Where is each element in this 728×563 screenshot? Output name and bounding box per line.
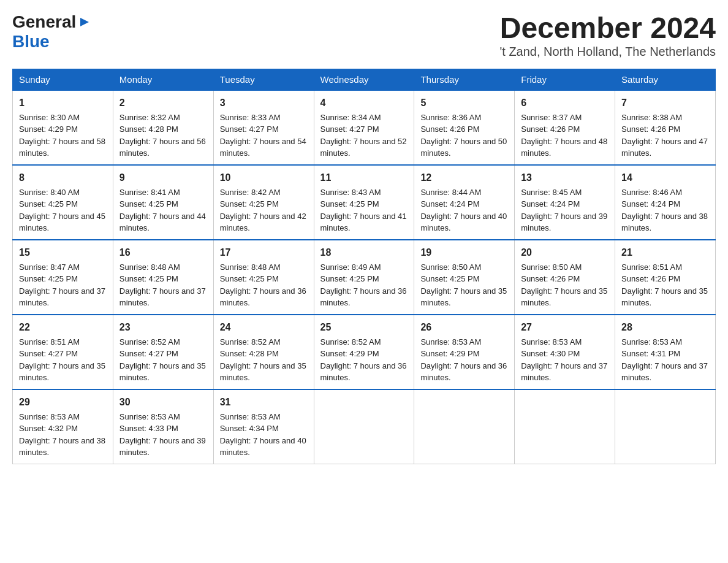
day-info: Sunrise: 8:53 AMSunset: 4:34 PMDaylight:…	[220, 412, 306, 458]
day-number: 4	[320, 96, 408, 110]
day-info: Sunrise: 8:46 AMSunset: 4:24 PMDaylight:…	[621, 188, 708, 233]
logo-blue-text: Blue	[12, 32, 50, 52]
day-info: Sunrise: 8:38 AMSunset: 4:26 PMDaylight:…	[621, 113, 708, 158]
page-container: General Blue December 2024 't Zand, Nort…	[12, 12, 716, 464]
day-cell: 5 Sunrise: 8:36 AMSunset: 4:26 PMDayligh…	[414, 90, 515, 165]
day-info: Sunrise: 8:52 AMSunset: 4:28 PMDaylight:…	[220, 337, 306, 383]
day-number: 9	[119, 170, 207, 185]
day-cell: 15 Sunrise: 8:47 AMSunset: 4:25 PMDaylig…	[13, 240, 113, 315]
day-cell: 19 Sunrise: 8:50 AMSunset: 4:25 PMDaylig…	[414, 240, 515, 315]
day-info: Sunrise: 8:36 AMSunset: 4:26 PMDaylight:…	[420, 113, 507, 158]
day-number: 14	[621, 170, 709, 185]
day-number: 22	[19, 320, 107, 335]
day-number: 23	[119, 320, 207, 335]
day-cell: 22 Sunrise: 8:51 AMSunset: 4:27 PMDaylig…	[13, 315, 113, 389]
day-number: 3	[220, 96, 308, 110]
day-number: 29	[19, 395, 107, 410]
day-info: Sunrise: 8:53 AMSunset: 4:33 PMDaylight:…	[119, 412, 206, 458]
day-cell: 24 Sunrise: 8:52 AMSunset: 4:28 PMDaylig…	[213, 315, 314, 389]
day-number: 19	[420, 245, 508, 260]
day-info: Sunrise: 8:37 AMSunset: 4:26 PMDaylight:…	[521, 113, 607, 158]
day-info: Sunrise: 8:48 AMSunset: 4:25 PMDaylight:…	[220, 262, 306, 308]
week-row-3: 15 Sunrise: 8:47 AMSunset: 4:25 PMDaylig…	[13, 240, 716, 315]
day-cell: 25 Sunrise: 8:52 AMSunset: 4:29 PMDaylig…	[314, 315, 414, 389]
day-info: Sunrise: 8:48 AMSunset: 4:25 PMDaylight:…	[119, 262, 206, 308]
day-number: 12	[420, 170, 508, 185]
day-cell: 30 Sunrise: 8:53 AMSunset: 4:33 PMDaylig…	[113, 389, 213, 464]
day-info: Sunrise: 8:42 AMSunset: 4:25 PMDaylight:…	[220, 188, 306, 233]
day-number: 16	[119, 245, 207, 260]
col-monday: Monday	[113, 69, 213, 90]
day-info: Sunrise: 8:51 AMSunset: 4:27 PMDaylight:…	[19, 337, 105, 383]
day-cell: 23 Sunrise: 8:52 AMSunset: 4:27 PMDaylig…	[113, 315, 213, 389]
day-number: 10	[220, 170, 308, 185]
day-number: 11	[320, 170, 408, 185]
day-number: 25	[320, 320, 408, 335]
month-title: December 2024	[499, 12, 716, 45]
day-cell: 2 Sunrise: 8:32 AMSunset: 4:28 PMDayligh…	[113, 90, 213, 165]
title-block: December 2024 't Zand, North Holland, Th…	[499, 12, 716, 59]
day-number: 8	[19, 170, 107, 185]
day-info: Sunrise: 8:53 AMSunset: 4:29 PMDaylight:…	[420, 337, 507, 383]
day-number: 27	[521, 320, 609, 335]
day-number: 26	[420, 320, 508, 335]
svg-marker-0	[80, 18, 89, 26]
day-info: Sunrise: 8:41 AMSunset: 4:25 PMDaylight:…	[119, 188, 206, 233]
day-info: Sunrise: 8:52 AMSunset: 4:27 PMDaylight:…	[119, 337, 206, 383]
day-info: Sunrise: 8:33 AMSunset: 4:27 PMDaylight:…	[220, 113, 306, 158]
day-info: Sunrise: 8:32 AMSunset: 4:28 PMDaylight:…	[119, 113, 206, 158]
day-number: 17	[220, 245, 308, 260]
day-cell: 21 Sunrise: 8:51 AMSunset: 4:26 PMDaylig…	[615, 240, 716, 315]
day-cell: 4 Sunrise: 8:34 AMSunset: 4:27 PMDayligh…	[314, 90, 414, 165]
day-info: Sunrise: 8:34 AMSunset: 4:27 PMDaylight:…	[320, 113, 407, 158]
day-number: 13	[521, 170, 609, 185]
day-cell	[615, 389, 716, 464]
col-tuesday: Tuesday	[213, 69, 314, 90]
day-cell: 16 Sunrise: 8:48 AMSunset: 4:25 PMDaylig…	[113, 240, 213, 315]
day-info: Sunrise: 8:50 AMSunset: 4:26 PMDaylight:…	[521, 262, 607, 308]
day-number: 31	[220, 395, 308, 410]
day-info: Sunrise: 8:53 AMSunset: 4:32 PMDaylight:…	[19, 412, 105, 458]
day-info: Sunrise: 8:52 AMSunset: 4:29 PMDaylight:…	[320, 337, 407, 383]
logo-arrow-icon	[78, 15, 91, 31]
day-info: Sunrise: 8:45 AMSunset: 4:24 PMDaylight:…	[521, 188, 607, 233]
day-cell: 20 Sunrise: 8:50 AMSunset: 4:26 PMDaylig…	[515, 240, 615, 315]
day-cell: 26 Sunrise: 8:53 AMSunset: 4:29 PMDaylig…	[414, 315, 515, 389]
day-number: 15	[19, 245, 107, 260]
day-cell	[414, 389, 515, 464]
day-info: Sunrise: 8:44 AMSunset: 4:24 PMDaylight:…	[420, 188, 507, 233]
day-cell: 18 Sunrise: 8:49 AMSunset: 4:25 PMDaylig…	[314, 240, 414, 315]
day-info: Sunrise: 8:50 AMSunset: 4:25 PMDaylight:…	[420, 262, 507, 308]
day-cell: 31 Sunrise: 8:53 AMSunset: 4:34 PMDaylig…	[213, 389, 314, 464]
header-row: Sunday Monday Tuesday Wednesday Thursday…	[13, 69, 716, 90]
day-cell: 28 Sunrise: 8:53 AMSunset: 4:31 PMDaylig…	[615, 315, 716, 389]
day-cell: 27 Sunrise: 8:53 AMSunset: 4:30 PMDaylig…	[515, 315, 615, 389]
location-title: 't Zand, North Holland, The Netherlands	[499, 45, 716, 59]
week-row-5: 29 Sunrise: 8:53 AMSunset: 4:32 PMDaylig…	[13, 389, 716, 464]
day-cell	[314, 389, 414, 464]
day-info: Sunrise: 8:47 AMSunset: 4:25 PMDaylight:…	[19, 262, 105, 308]
col-thursday: Thursday	[414, 69, 515, 90]
header: General Blue December 2024 't Zand, Nort…	[12, 12, 716, 59]
day-info: Sunrise: 8:43 AMSunset: 4:25 PMDaylight:…	[320, 188, 407, 233]
day-number: 21	[621, 245, 709, 260]
col-friday: Friday	[515, 69, 615, 90]
day-cell: 3 Sunrise: 8:33 AMSunset: 4:27 PMDayligh…	[213, 90, 314, 165]
calendar-table: Sunday Monday Tuesday Wednesday Thursday…	[12, 69, 716, 464]
day-number: 2	[119, 96, 207, 110]
day-info: Sunrise: 8:53 AMSunset: 4:30 PMDaylight:…	[521, 337, 607, 383]
day-cell: 7 Sunrise: 8:38 AMSunset: 4:26 PMDayligh…	[615, 90, 716, 165]
day-cell: 11 Sunrise: 8:43 AMSunset: 4:25 PMDaylig…	[314, 165, 414, 240]
day-number: 6	[521, 96, 609, 110]
day-number: 18	[320, 245, 408, 260]
day-cell: 8 Sunrise: 8:40 AMSunset: 4:25 PMDayligh…	[13, 165, 113, 240]
logo: General Blue	[12, 12, 91, 52]
day-info: Sunrise: 8:51 AMSunset: 4:26 PMDaylight:…	[621, 262, 708, 308]
day-cell: 12 Sunrise: 8:44 AMSunset: 4:24 PMDaylig…	[414, 165, 515, 240]
day-number: 1	[19, 96, 107, 110]
day-cell	[515, 389, 615, 464]
day-number: 30	[119, 395, 207, 410]
logo-blue-row: Blue	[12, 32, 50, 52]
day-number: 20	[521, 245, 609, 260]
day-cell: 9 Sunrise: 8:41 AMSunset: 4:25 PMDayligh…	[113, 165, 213, 240]
